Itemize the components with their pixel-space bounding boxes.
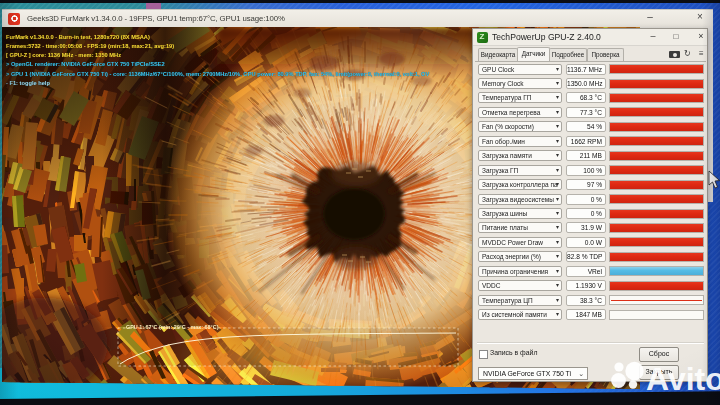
svg-text:Avito: Avito	[646, 361, 720, 397]
